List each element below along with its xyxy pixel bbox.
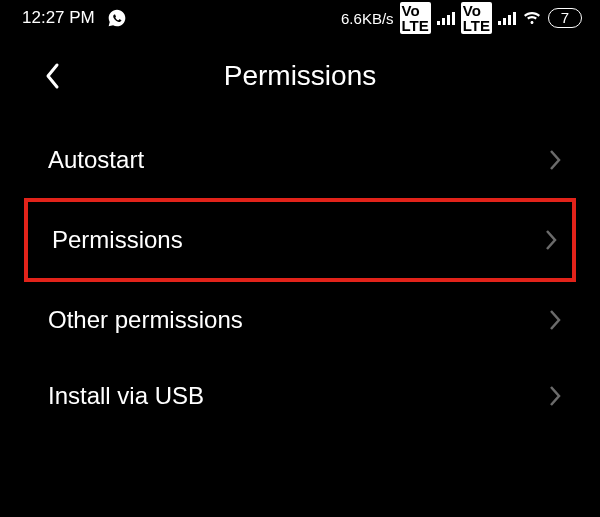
status-bar: 12:27 PM 6.6KB/s VoLTE VoLTE 7	[0, 0, 600, 36]
page-title: Permissions	[20, 60, 580, 92]
nav-header: Permissions	[0, 36, 600, 122]
list-item-label: Install via USB	[48, 382, 204, 410]
svg-rect-0	[437, 21, 440, 25]
list-item-label: Other permissions	[48, 306, 243, 334]
chevron-right-icon	[548, 384, 562, 408]
battery-level: 7	[561, 9, 569, 27]
signal-icon-1	[437, 11, 455, 25]
whatsapp-icon	[107, 8, 127, 28]
list-item-install-via-usb[interactable]: Install via USB	[0, 358, 600, 434]
highlight-box: Permissions	[24, 198, 576, 282]
status-left: 12:27 PM	[22, 8, 127, 28]
wifi-icon	[522, 10, 542, 26]
chevron-right-icon	[544, 228, 558, 252]
list-item-other-permissions[interactable]: Other permissions	[0, 282, 600, 358]
svg-rect-2	[447, 15, 450, 25]
chevron-left-icon	[44, 62, 62, 90]
list-item-label: Autostart	[48, 146, 144, 174]
status-right: 6.6KB/s VoLTE VoLTE 7	[341, 2, 582, 34]
svg-rect-4	[498, 21, 501, 25]
chevron-right-icon	[548, 148, 562, 172]
network-speed: 6.6KB/s	[341, 10, 394, 27]
settings-list: Autostart Permissions Other permissions …	[0, 122, 600, 434]
svg-rect-3	[452, 12, 455, 25]
back-button[interactable]	[38, 61, 68, 91]
chevron-right-icon	[548, 308, 562, 332]
list-item-autostart[interactable]: Autostart	[0, 122, 600, 198]
battery-indicator: 7	[548, 8, 582, 28]
svg-rect-5	[503, 18, 506, 25]
list-item-label: Permissions	[52, 226, 183, 254]
volte-badge-1: VoLTE	[400, 2, 431, 34]
signal-icon-2	[498, 11, 516, 25]
svg-rect-1	[442, 18, 445, 25]
list-item-permissions[interactable]: Permissions	[0, 198, 600, 282]
status-time: 12:27 PM	[22, 8, 95, 28]
volte-badge-2: VoLTE	[461, 2, 492, 34]
svg-rect-7	[513, 12, 516, 25]
svg-rect-6	[508, 15, 511, 25]
